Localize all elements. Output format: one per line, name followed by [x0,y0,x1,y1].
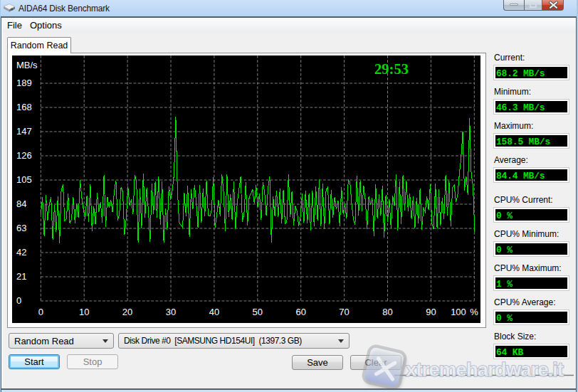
svg-text:10: 10 [79,307,89,317]
svg-text:50: 50 [253,307,263,317]
svg-text:30: 30 [166,307,176,317]
svg-text:100: 100 [451,307,466,317]
svg-text:60: 60 [295,307,305,317]
svg-text:126: 126 [16,150,32,161]
svg-text:189: 189 [16,78,32,88]
svg-text:40: 40 [209,307,219,317]
svg-text:84: 84 [16,198,26,209]
svg-text:42: 42 [16,247,26,258]
svg-text:29:53: 29:53 [374,61,409,77]
svg-text:21: 21 [16,271,26,282]
svg-text:168: 168 [16,102,32,112]
svg-text:0: 0 [16,295,21,306]
svg-text:105: 105 [16,174,32,185]
svg-text:90: 90 [426,307,436,317]
svg-text:20: 20 [122,307,132,317]
svg-text:147: 147 [16,126,32,137]
svg-text:MB/s: MB/s [16,60,38,70]
svg-text:%: % [470,307,478,317]
svg-text:70: 70 [339,307,349,317]
svg-text:0: 0 [38,307,43,317]
svg-text:63: 63 [16,223,26,233]
svg-text:80: 80 [382,307,392,317]
svg-text:xtremehardware.it: xtremehardware.it [406,359,564,381]
